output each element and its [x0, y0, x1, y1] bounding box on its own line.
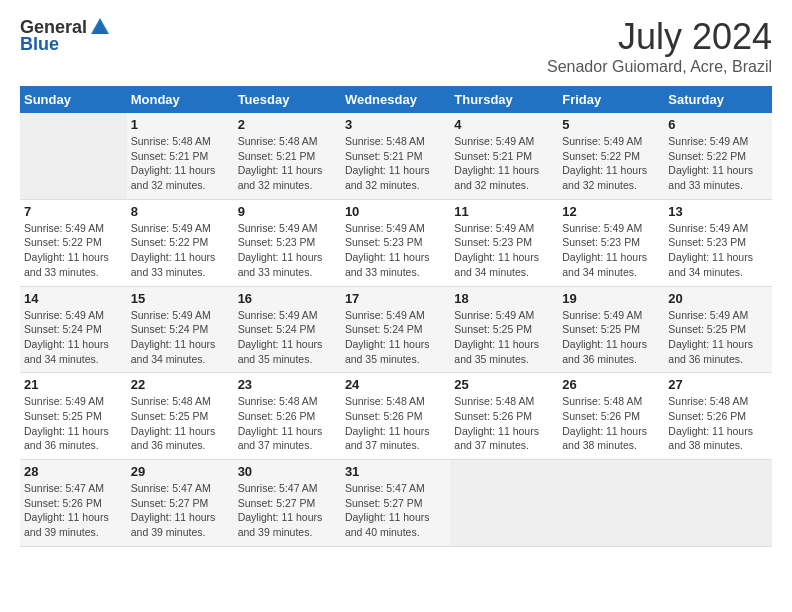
day-info: Sunrise: 5:48 AM Sunset: 5:21 PM Dayligh…: [238, 134, 337, 193]
day-info: Sunrise: 5:49 AM Sunset: 5:24 PM Dayligh…: [345, 308, 446, 367]
day-number: 22: [131, 377, 230, 392]
day-info: Sunrise: 5:49 AM Sunset: 5:21 PM Dayligh…: [454, 134, 554, 193]
day-number: 1: [131, 117, 230, 132]
header: General Blue July 2024 Senador Guiomard,…: [20, 16, 772, 76]
calendar-cell: 24Sunrise: 5:48 AM Sunset: 5:26 PM Dayli…: [341, 373, 450, 460]
calendar-cell: 17Sunrise: 5:49 AM Sunset: 5:24 PM Dayli…: [341, 286, 450, 373]
day-number: 3: [345, 117, 446, 132]
day-info: Sunrise: 5:47 AM Sunset: 5:27 PM Dayligh…: [345, 481, 446, 540]
day-header: Sunday: [20, 86, 127, 113]
day-number: 15: [131, 291, 230, 306]
day-number: 20: [668, 291, 768, 306]
day-number: 6: [668, 117, 768, 132]
day-number: 7: [24, 204, 123, 219]
day-info: Sunrise: 5:47 AM Sunset: 5:27 PM Dayligh…: [131, 481, 230, 540]
day-info: Sunrise: 5:48 AM Sunset: 5:26 PM Dayligh…: [238, 394, 337, 453]
calendar-cell: 5Sunrise: 5:49 AM Sunset: 5:22 PM Daylig…: [558, 113, 664, 199]
day-info: Sunrise: 5:48 AM Sunset: 5:26 PM Dayligh…: [345, 394, 446, 453]
day-info: Sunrise: 5:49 AM Sunset: 5:24 PM Dayligh…: [24, 308, 123, 367]
day-info: Sunrise: 5:49 AM Sunset: 5:23 PM Dayligh…: [238, 221, 337, 280]
calendar-table: SundayMondayTuesdayWednesdayThursdayFrid…: [20, 86, 772, 547]
calendar-cell: 12Sunrise: 5:49 AM Sunset: 5:23 PM Dayli…: [558, 199, 664, 286]
calendar-cell: 6Sunrise: 5:49 AM Sunset: 5:22 PM Daylig…: [664, 113, 772, 199]
calendar-cell: 23Sunrise: 5:48 AM Sunset: 5:26 PM Dayli…: [234, 373, 341, 460]
day-info: Sunrise: 5:49 AM Sunset: 5:25 PM Dayligh…: [562, 308, 660, 367]
calendar-cell: 13Sunrise: 5:49 AM Sunset: 5:23 PM Dayli…: [664, 199, 772, 286]
day-number: 8: [131, 204, 230, 219]
calendar-cell: 25Sunrise: 5:48 AM Sunset: 5:26 PM Dayli…: [450, 373, 558, 460]
day-number: 19: [562, 291, 660, 306]
day-number: 21: [24, 377, 123, 392]
day-number: 25: [454, 377, 554, 392]
calendar-cell: 7Sunrise: 5:49 AM Sunset: 5:22 PM Daylig…: [20, 199, 127, 286]
day-number: 24: [345, 377, 446, 392]
calendar-cell: 2Sunrise: 5:48 AM Sunset: 5:21 PM Daylig…: [234, 113, 341, 199]
day-header: Thursday: [450, 86, 558, 113]
calendar-cell: 28Sunrise: 5:47 AM Sunset: 5:26 PM Dayli…: [20, 460, 127, 547]
day-info: Sunrise: 5:48 AM Sunset: 5:26 PM Dayligh…: [454, 394, 554, 453]
calendar-week-row: 14Sunrise: 5:49 AM Sunset: 5:24 PM Dayli…: [20, 286, 772, 373]
calendar-cell: 22Sunrise: 5:48 AM Sunset: 5:25 PM Dayli…: [127, 373, 234, 460]
day-info: Sunrise: 5:49 AM Sunset: 5:22 PM Dayligh…: [562, 134, 660, 193]
day-header: Monday: [127, 86, 234, 113]
calendar-cell: 16Sunrise: 5:49 AM Sunset: 5:24 PM Dayli…: [234, 286, 341, 373]
day-info: Sunrise: 5:49 AM Sunset: 5:22 PM Dayligh…: [131, 221, 230, 280]
calendar-cell: [450, 460, 558, 547]
calendar-cell: 26Sunrise: 5:48 AM Sunset: 5:26 PM Dayli…: [558, 373, 664, 460]
day-number: 17: [345, 291, 446, 306]
logo: General Blue: [20, 16, 111, 55]
day-number: 27: [668, 377, 768, 392]
logo-icon: [89, 16, 111, 38]
day-number: 18: [454, 291, 554, 306]
day-number: 29: [131, 464, 230, 479]
day-header: Wednesday: [341, 86, 450, 113]
calendar-week-row: 1Sunrise: 5:48 AM Sunset: 5:21 PM Daylig…: [20, 113, 772, 199]
calendar-cell: 1Sunrise: 5:48 AM Sunset: 5:21 PM Daylig…: [127, 113, 234, 199]
calendar-cell: 15Sunrise: 5:49 AM Sunset: 5:24 PM Dayli…: [127, 286, 234, 373]
day-number: 16: [238, 291, 337, 306]
day-header: Tuesday: [234, 86, 341, 113]
day-number: 23: [238, 377, 337, 392]
calendar-cell: 8Sunrise: 5:49 AM Sunset: 5:22 PM Daylig…: [127, 199, 234, 286]
calendar-cell: 9Sunrise: 5:49 AM Sunset: 5:23 PM Daylig…: [234, 199, 341, 286]
calendar-cell: 20Sunrise: 5:49 AM Sunset: 5:25 PM Dayli…: [664, 286, 772, 373]
calendar-cell: [20, 113, 127, 199]
calendar-cell: [558, 460, 664, 547]
logo-blue: Blue: [20, 34, 59, 55]
calendar-cell: 11Sunrise: 5:49 AM Sunset: 5:23 PM Dayli…: [450, 199, 558, 286]
calendar-week-row: 7Sunrise: 5:49 AM Sunset: 5:22 PM Daylig…: [20, 199, 772, 286]
day-info: Sunrise: 5:49 AM Sunset: 5:25 PM Dayligh…: [668, 308, 768, 367]
day-info: Sunrise: 5:48 AM Sunset: 5:25 PM Dayligh…: [131, 394, 230, 453]
day-info: Sunrise: 5:48 AM Sunset: 5:26 PM Dayligh…: [668, 394, 768, 453]
day-number: 4: [454, 117, 554, 132]
day-info: Sunrise: 5:48 AM Sunset: 5:26 PM Dayligh…: [562, 394, 660, 453]
calendar-cell: 29Sunrise: 5:47 AM Sunset: 5:27 PM Dayli…: [127, 460, 234, 547]
day-info: Sunrise: 5:47 AM Sunset: 5:26 PM Dayligh…: [24, 481, 123, 540]
title-block: July 2024 Senador Guiomard, Acre, Brazil: [547, 16, 772, 76]
page: General Blue July 2024 Senador Guiomard,…: [0, 0, 792, 557]
day-info: Sunrise: 5:47 AM Sunset: 5:27 PM Dayligh…: [238, 481, 337, 540]
day-info: Sunrise: 5:49 AM Sunset: 5:22 PM Dayligh…: [24, 221, 123, 280]
subtitle: Senador Guiomard, Acre, Brazil: [547, 58, 772, 76]
day-number: 12: [562, 204, 660, 219]
day-number: 26: [562, 377, 660, 392]
day-header: Saturday: [664, 86, 772, 113]
days-header-row: SundayMondayTuesdayWednesdayThursdayFrid…: [20, 86, 772, 113]
calendar-cell: [664, 460, 772, 547]
day-number: 30: [238, 464, 337, 479]
calendar-cell: 27Sunrise: 5:48 AM Sunset: 5:26 PM Dayli…: [664, 373, 772, 460]
day-info: Sunrise: 5:49 AM Sunset: 5:25 PM Dayligh…: [454, 308, 554, 367]
day-info: Sunrise: 5:49 AM Sunset: 5:23 PM Dayligh…: [668, 221, 768, 280]
calendar-cell: 30Sunrise: 5:47 AM Sunset: 5:27 PM Dayli…: [234, 460, 341, 547]
calendar-cell: 19Sunrise: 5:49 AM Sunset: 5:25 PM Dayli…: [558, 286, 664, 373]
calendar-week-row: 21Sunrise: 5:49 AM Sunset: 5:25 PM Dayli…: [20, 373, 772, 460]
day-number: 10: [345, 204, 446, 219]
day-info: Sunrise: 5:49 AM Sunset: 5:23 PM Dayligh…: [345, 221, 446, 280]
day-info: Sunrise: 5:49 AM Sunset: 5:24 PM Dayligh…: [131, 308, 230, 367]
calendar-cell: 18Sunrise: 5:49 AM Sunset: 5:25 PM Dayli…: [450, 286, 558, 373]
day-info: Sunrise: 5:49 AM Sunset: 5:25 PM Dayligh…: [24, 394, 123, 453]
calendar-cell: 31Sunrise: 5:47 AM Sunset: 5:27 PM Dayli…: [341, 460, 450, 547]
calendar-cell: 21Sunrise: 5:49 AM Sunset: 5:25 PM Dayli…: [20, 373, 127, 460]
day-info: Sunrise: 5:49 AM Sunset: 5:24 PM Dayligh…: [238, 308, 337, 367]
day-number: 14: [24, 291, 123, 306]
